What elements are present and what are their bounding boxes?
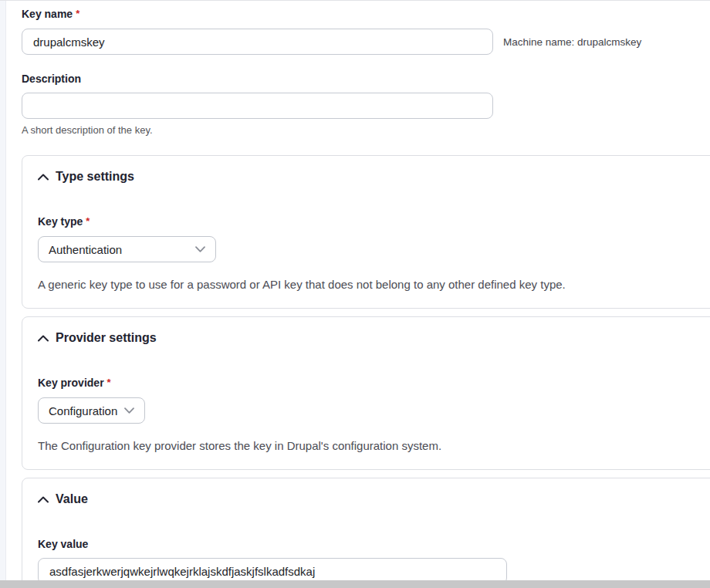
key-provider-label-text: Key provider bbox=[38, 377, 104, 389]
provider-settings-header[interactable]: Provider settings bbox=[38, 330, 710, 346]
key-provider-select[interactable]: Configuration bbox=[38, 397, 145, 424]
value-section-title: Value bbox=[56, 492, 88, 507]
required-asterisk: * bbox=[86, 215, 90, 227]
chevron-up-icon bbox=[38, 494, 49, 505]
description-field: Description A short description of the k… bbox=[22, 73, 710, 136]
key-provider-help-text: The Configuration key provider stores th… bbox=[38, 438, 710, 454]
top-divider bbox=[0, 0, 710, 1]
key-provider-label: Key provider* bbox=[38, 377, 710, 390]
key-name-field: Key name* Machine name: drupalcmskey bbox=[22, 8, 710, 55]
description-help-text: A short description of the key. bbox=[22, 124, 710, 136]
key-edit-form: Key name* Machine name: drupalcmskey Des… bbox=[0, 0, 710, 588]
chevron-up-icon bbox=[38, 171, 49, 182]
provider-settings-section: Provider settings Key provider* Configur… bbox=[22, 316, 710, 470]
value-section: Value Key value bbox=[22, 478, 710, 588]
window-bottom-edge bbox=[0, 580, 710, 588]
value-section-header[interactable]: Value bbox=[38, 492, 710, 507]
key-type-selected-option: Authentication bbox=[49, 243, 122, 256]
key-name-input[interactable] bbox=[22, 29, 493, 55]
chevron-down-icon bbox=[195, 246, 205, 252]
required-asterisk: * bbox=[107, 377, 111, 388]
type-settings-section: Type settings Key type* Authentication A… bbox=[22, 155, 710, 309]
page-left-gutter bbox=[0, 1, 6, 580]
chevron-up-icon bbox=[38, 333, 49, 343]
description-input[interactable] bbox=[22, 93, 493, 119]
key-name-label-text: Key name bbox=[22, 8, 73, 20]
key-name-label: Key name* bbox=[22, 8, 710, 21]
key-provider-selected-option: Configuration bbox=[49, 404, 117, 417]
required-asterisk: * bbox=[76, 8, 79, 19]
key-type-select[interactable]: Authentication bbox=[38, 236, 216, 262]
machine-name-text: Machine name: drupalcmskey bbox=[503, 36, 641, 48]
provider-settings-title: Provider settings bbox=[56, 330, 157, 346]
key-value-label: Key value bbox=[38, 538, 710, 550]
key-type-help-text: A generic key type to use for a password… bbox=[38, 276, 710, 292]
key-type-label-text: Key type bbox=[38, 215, 83, 228]
description-label: Description bbox=[22, 73, 710, 85]
type-settings-header[interactable]: Type settings bbox=[38, 169, 710, 184]
key-type-label: Key type* bbox=[38, 215, 710, 228]
chevron-down-icon bbox=[124, 407, 134, 414]
type-settings-title: Type settings bbox=[56, 169, 134, 184]
